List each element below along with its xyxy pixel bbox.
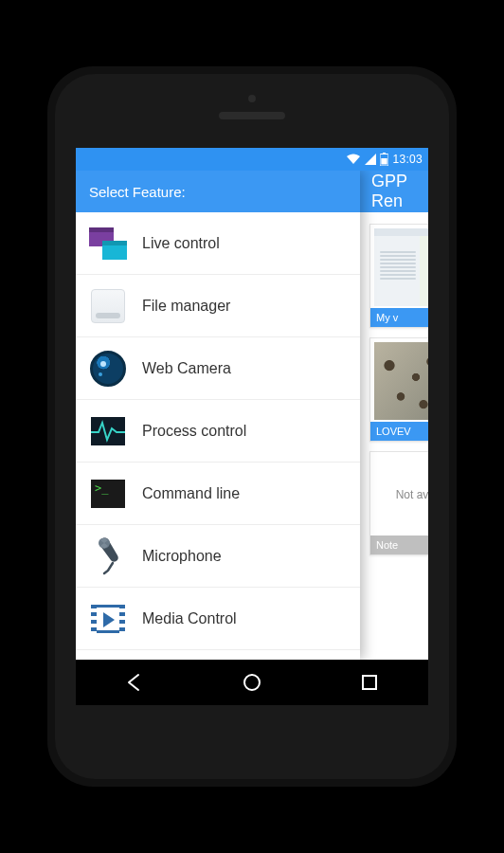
thumbnail-card[interactable]: Not av Note [369,451,428,555]
web-camera-icon [89,350,127,388]
thumbnail-caption: My v [370,308,428,327]
svg-rect-1 [383,153,386,154]
android-nav-bar [76,660,428,705]
drawer-item-label: File manager [142,298,347,315]
stage: 13:03 GPP Ren [0,0,504,853]
drawer-title: Select Feature: [76,171,360,212]
phone-frame: 13:03 GPP Ren [47,66,457,787]
battery-icon [380,153,388,166]
file-manager-icon [89,287,127,325]
command-line-icon [89,475,127,513]
earpiece-speaker [219,112,285,119]
drawer-item-label: Live control [142,235,347,252]
nav-home-button[interactable] [239,669,265,696]
svg-point-4 [244,675,260,690]
drawer-item-label: Microphone [142,548,347,565]
drawer-item-label: Media Control [142,610,347,627]
drawer-list: Live control File manager Web Camera [76,212,360,660]
drawer-item-microphone[interactable]: Microphone [76,525,360,588]
thumbnail-caption: LOVEV [370,422,428,441]
wifi-icon [346,154,361,165]
thumbnail-card[interactable]: LOVEV [369,337,428,442]
live-control-icon [89,225,127,263]
svg-rect-2 [382,158,387,165]
cell-signal-icon [365,154,376,165]
drawer-item-live-control[interactable]: Live control [76,212,360,275]
partial-icon [89,650,127,661]
thumbnail-image [374,228,428,306]
svg-rect-5 [363,676,376,689]
app-content: GPP Ren My v LOVEV [76,171,428,660]
microphone-icon [89,537,127,575]
drawer-item-file-manager[interactable]: File manager [76,275,360,337]
status-bar: 13:03 [76,148,428,171]
app-title: GPP Ren [371,172,428,211]
thumbnail-image: Not av [374,456,428,534]
nav-drawer: Select Feature: Live control File manage… [76,171,360,660]
process-control-icon [89,412,127,450]
thumbnail-placeholder-text: Not av [374,456,428,534]
status-clock: 13:03 [392,153,423,166]
front-camera-dot [248,95,256,102]
drawer-item-label: Web Camera [142,360,347,377]
drawer-item-web-camera[interactable]: Web Camera [76,337,360,400]
thumbnail-image [374,342,428,420]
nav-back-button[interactable] [121,669,148,696]
drawer-item-command-line[interactable]: Command line [76,463,360,525]
phone-inner: 13:03 GPP Ren [55,74,449,779]
thumbnail-caption: Note [370,535,428,554]
drawer-item-media-control[interactable]: Media Control [76,588,360,650]
nav-recent-button[interactable] [356,669,383,696]
media-control-icon [89,600,127,638]
drawer-item-process-control[interactable]: Process control [76,400,360,463]
drawer-item-next[interactable] [76,650,360,660]
screen: 13:03 GPP Ren [76,148,428,705]
drawer-item-label: Command line [142,485,347,502]
drawer-item-label: Process control [142,423,347,440]
thumbnail-card[interactable]: My v [369,224,428,328]
